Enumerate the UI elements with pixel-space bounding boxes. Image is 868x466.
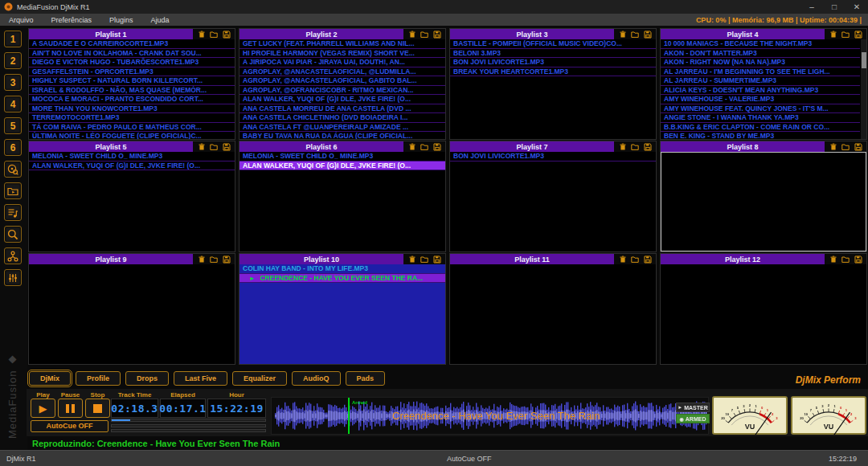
play-button[interactable]: ▶ xyxy=(31,399,55,418)
vinyl-search-icon[interactable] xyxy=(4,161,22,178)
open-playlist-icon[interactable] xyxy=(631,31,639,39)
playlist-item[interactable]: AGROPLAY, @ANACASTELAOFICIAL, @LUDMILLA.… xyxy=(240,67,445,77)
master-button[interactable]: ► MASTER xyxy=(676,403,710,412)
open-playlist-icon[interactable] xyxy=(420,31,428,39)
open-playlist-icon[interactable] xyxy=(841,31,850,39)
playlist-item[interactable]: ALAN WALKER, YUQI OF (G)I DLE, JVKE FIRE… xyxy=(240,161,445,171)
playlist-body[interactable]: COLIN HAY BAND - INTO MY LIFE.MP3►CREEND… xyxy=(240,264,445,364)
playlist-music-icon[interactable] xyxy=(4,204,22,221)
open-playlist-icon[interactable] xyxy=(210,143,218,151)
save-playlist-icon[interactable] xyxy=(854,255,862,264)
playlist-item[interactable]: AIN'T NO LOVE IN OKLAHOMA - CRANK DAT SO… xyxy=(29,49,235,59)
playlist-body[interactable]: BON JOVI LIVICORTE1.MP3 xyxy=(450,152,656,251)
playlist-item[interactable]: ALICIA KEYS - DOESN'T MEAN ANYTHING.MP3 xyxy=(661,86,866,96)
playlist-item[interactable]: BON JOVI LIVICORTE1.MP3 xyxy=(450,58,656,67)
save-playlist-icon[interactable] xyxy=(223,255,231,264)
trash-icon[interactable] xyxy=(829,143,837,151)
playlist-body[interactable]: 10 000 MANIACS - BECAUSE THE NIGHT.MP3AK… xyxy=(661,39,866,139)
playlist-body[interactable]: MELONIA - SWEET CHILD O_ MINE.MP3ALAN WA… xyxy=(240,152,445,251)
playlist-item[interactable]: GESAFFELSTEIN - OPRCORTE1.MP3 xyxy=(29,67,235,77)
save-playlist-icon[interactable] xyxy=(854,143,862,151)
playlist-item[interactable]: BASTILLE - POMPEII (OFFICIAL MUSIC VIDEO… xyxy=(450,39,656,49)
hotkey-2-button[interactable]: 2 xyxy=(4,52,22,69)
playlist-body[interactable]: MELONIA - SWEET CHILD O_ MINE.MP3ALAN WA… xyxy=(29,152,235,251)
hotkey-3-button[interactable]: 3 xyxy=(4,74,22,91)
autocue-button[interactable]: AutoCue OFF xyxy=(31,420,108,432)
playlist-body[interactable]: GET LUCKY (FEAT. PHARRELL WILLIAMS AND N… xyxy=(240,39,445,139)
maximize-button[interactable]: □ xyxy=(823,0,845,14)
playlist-title-bar[interactable]: Playlist 7 xyxy=(450,141,614,152)
open-playlist-icon[interactable] xyxy=(210,31,218,39)
tab-djmix[interactable]: DjMix xyxy=(29,371,71,386)
playlist-title-bar[interactable]: Playlist 2 xyxy=(240,29,403,39)
waveform-deck[interactable]: Armed Creendence - Have You Ever Seen Th… xyxy=(271,397,709,435)
playlist-item[interactable]: AGROPLAY, @ANACASTELAOFICIAL, GABITO BAL… xyxy=(240,76,445,86)
playlist-item[interactable]: TÁ COM RAIVA - PEDRO PAULO E MATHEUS COR… xyxy=(29,123,235,133)
slider-bar-2[interactable] xyxy=(111,424,266,427)
playlist-title-bar[interactable]: Playlist 1 xyxy=(29,29,193,39)
open-playlist-icon[interactable] xyxy=(841,255,850,264)
menu-preferências[interactable]: Preferências xyxy=(43,16,101,24)
playlist-item[interactable]: BREAK YOUR HEARTCORTE1.MP3 xyxy=(450,67,656,77)
playlist-title-bar[interactable]: Playlist 5 xyxy=(29,141,193,152)
armed-button[interactable]: ◉ ARMED xyxy=(676,414,710,423)
trash-icon[interactable] xyxy=(829,31,837,39)
playlist-title-bar[interactable]: Playlist 11 xyxy=(450,254,614,264)
playlist-item[interactable]: TERREMOTOCORTE1.MP3 xyxy=(29,113,235,123)
hotkey-1-button[interactable]: 1 xyxy=(4,31,22,47)
hotkey-4-button[interactable]: 4 xyxy=(4,96,22,112)
playlist-body[interactable] xyxy=(450,264,656,364)
playlist-item[interactable]: AMY WINEHOUSE - VALERIE.MP3 xyxy=(661,95,866,104)
save-playlist-icon[interactable] xyxy=(223,143,231,151)
playlist-item[interactable]: DIEGO E VICTOR HUGO - TUBARÕESCORTE1.MP3 xyxy=(29,58,235,67)
playlist-item[interactable]: HIGHLY SUSPECT - NATURAL BORN KILLERCORT… xyxy=(29,76,235,86)
hotkey-5-button[interactable]: 5 xyxy=(4,117,22,134)
trash-icon[interactable] xyxy=(619,31,627,39)
playlist-title-bar[interactable]: Playlist 6 xyxy=(240,141,403,152)
open-playlist-icon[interactable] xyxy=(631,255,639,264)
mixer-icon[interactable] xyxy=(4,269,22,286)
trash-icon[interactable] xyxy=(619,255,627,264)
open-playlist-icon[interactable] xyxy=(631,143,639,151)
playlist-item[interactable]: MELONIA - SWEET CHILD O_ MINE.MP3 xyxy=(240,152,445,161)
playlist-item[interactable]: ÚLTIMA NOITE - LÉO FOGUETE (CLIPE OFICIA… xyxy=(29,132,235,139)
close-button[interactable]: ✕ xyxy=(845,0,868,14)
slider-bar-3[interactable] xyxy=(111,429,266,432)
playlist-body[interactable] xyxy=(29,264,235,364)
save-playlist-icon[interactable] xyxy=(644,31,652,39)
playlist-body[interactable]: A SAUDADE E O CARREIROCORTE1.MP3AIN'T NO… xyxy=(29,39,235,139)
playlist-title-bar[interactable]: Playlist 10 xyxy=(240,254,403,264)
track-progress-bar[interactable] xyxy=(111,419,266,422)
playlist-item[interactable]: MELONIA - SWEET CHILD O_ MINE.MP3 xyxy=(29,152,235,161)
playlist-item[interactable]: MOCOCA E MORACI - PRANTO ESCONDIDO CORT.… xyxy=(29,95,235,104)
tab-equalizer[interactable]: Equalizer xyxy=(232,371,287,386)
trash-icon[interactable] xyxy=(198,31,206,39)
save-playlist-icon[interactable] xyxy=(644,143,652,151)
playlist-title-bar[interactable]: Playlist 9 xyxy=(29,254,193,264)
playlist-item[interactable]: HI PROFILE HARMONY (VEGAS REMIX) SHORT V… xyxy=(240,49,445,59)
playlist-item[interactable]: GET LUCKY (FEAT. PHARRELL WILLIAMS AND N… xyxy=(240,39,445,49)
menu-plugins[interactable]: Plugins xyxy=(100,16,142,24)
open-playlist-icon[interactable] xyxy=(420,255,428,264)
playlist-item[interactable]: A SAUDADE E O CARREIROCORTE1.MP3 xyxy=(29,39,235,49)
playlist-item[interactable]: AKON - RIGHT NOW (NA NA NA).MP3 xyxy=(661,58,866,67)
playlist-item[interactable]: BON JOVI LIVICORTE1.MP3 xyxy=(450,152,656,161)
save-playlist-icon[interactable] xyxy=(433,143,441,151)
trash-icon[interactable] xyxy=(408,143,416,151)
playlist-body[interactable]: BASTILLE - POMPEII (OFFICIAL MUSIC VIDEO… xyxy=(450,39,656,139)
network-icon[interactable] xyxy=(4,247,22,264)
playlist-item[interactable]: ►CREENDENCE - HAVE YOU EVER SEEN THE RA.… xyxy=(240,274,445,284)
playlist-title-bar[interactable]: Playlist 4 xyxy=(661,29,825,39)
playlist-item[interactable]: ANGIE STONE - I WANNA THANK YA.MP3 xyxy=(661,113,866,123)
tab-drops[interactable]: Drops xyxy=(125,371,169,386)
playlist-item[interactable]: AKON - DON'T MATTER.MP3 xyxy=(661,49,866,59)
tab-last-five[interactable]: Last Five xyxy=(174,371,227,386)
tab-audioq[interactable]: AudioQ xyxy=(292,371,341,386)
menu-ajuda[interactable]: Ajuda xyxy=(142,16,178,24)
playlist-item[interactable]: ISRAEL & RODOLFFO - NÃO, MAS QUASE (MEMÓ… xyxy=(29,86,235,96)
playlist-scrollbar[interactable] xyxy=(860,39,866,139)
trash-icon[interactable] xyxy=(198,143,206,151)
playlist-item[interactable]: ANA CASTELA CHICLETINHO (DVD BOIADEIRA I… xyxy=(240,113,445,123)
playlist-item[interactable]: A JIRIPOCA VAI PIAR - JIRAYA UAI, DOUTH!… xyxy=(240,58,445,67)
playlist-item[interactable]: ANA CASTELA FT @LUANPEREIRALP AMIZADE ..… xyxy=(240,123,445,133)
